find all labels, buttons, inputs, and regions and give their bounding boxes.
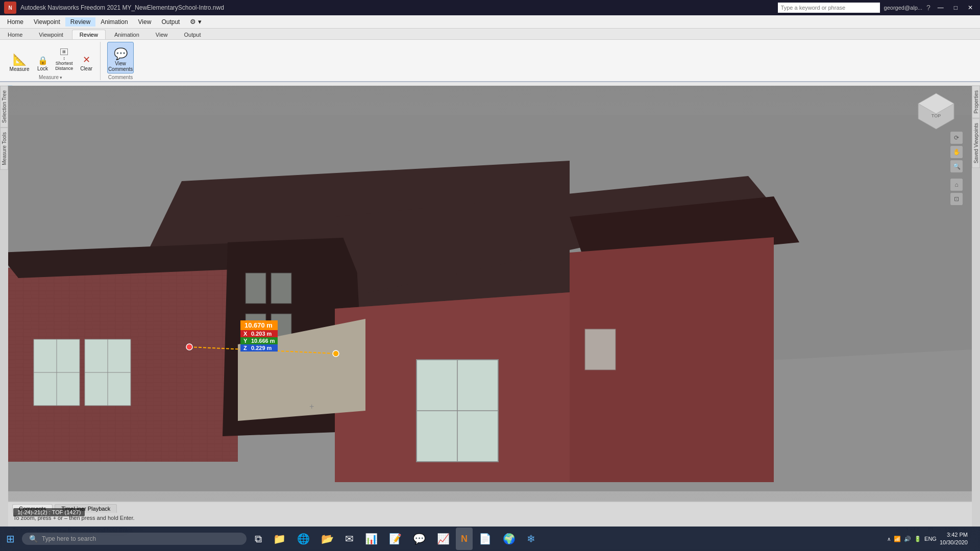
taskbar-edge[interactable]: 🌐	[292, 528, 315, 550]
tab-home[interactable]: Home	[0, 30, 30, 39]
taskbar-excel[interactable]: 📈	[432, 528, 455, 550]
comments-group: 💬 ViewComments Comments	[102, 42, 142, 80]
taskbar-explorer[interactable]: 📁	[268, 528, 291, 550]
svg-rect-26	[585, 329, 616, 370]
tab-viewpoint[interactable]: Viewpoint	[31, 30, 71, 39]
measure-icon: 📐	[13, 54, 27, 65]
menu-animation[interactable]: Animation	[95, 17, 133, 27]
taskbar-snowflake[interactable]: ❄	[522, 528, 541, 550]
measure-tools-tab[interactable]: Measure Tools	[0, 128, 8, 170]
windows-taskbar: ⊞ 🔍 Type here to search ⧉ 📁 🌐 📂 ✉ 📊 📝 💬 …	[0, 527, 980, 551]
3d-scene	[8, 86, 972, 520]
measure-label: Measure	[10, 66, 30, 72]
clear-button[interactable]: ✕ Clear	[78, 52, 95, 73]
z-value: 0.229 m	[251, 345, 272, 351]
svg-rect-14	[271, 273, 291, 304]
tray-chevron[interactable]: ∧	[887, 536, 891, 542]
menu-view[interactable]: View	[133, 17, 157, 27]
svg-rect-13	[246, 273, 266, 304]
edge-icon: 🌐	[297, 533, 310, 545]
taskbar-acrobat[interactable]: 📄	[474, 528, 497, 550]
z-label: Z	[243, 345, 250, 351]
help-icon[interactable]: ?	[926, 4, 930, 12]
bottom-panel: Comments TimeLiner Playback To zoom, pre…	[8, 501, 972, 527]
taskbar-navisworks[interactable]: N	[456, 528, 473, 550]
comments-group-label: Comments	[104, 74, 137, 80]
battery-icon[interactable]: 🔋	[914, 536, 921, 542]
menu-extra[interactable]: ⚙ ▾	[185, 17, 207, 27]
lock-button[interactable]: 🔒 Lock	[35, 54, 51, 73]
x-label: X	[243, 331, 250, 337]
measure-total: 10.670 m	[240, 320, 278, 330]
fit-tool[interactable]: ⊡	[950, 193, 963, 205]
orbit-tool[interactable]: ⟳	[950, 132, 963, 144]
restore-button[interactable]: □	[951, 4, 961, 11]
viewport[interactable]: 10.670 m X 0.203 m Y 10.666 m Z 0.229 m …	[8, 86, 972, 520]
files-icon: 📂	[321, 533, 334, 545]
taskbar-mail[interactable]: ✉	[340, 528, 359, 550]
acrobat-icon: 📄	[479, 533, 492, 545]
tab-review[interactable]: Review	[72, 30, 106, 39]
tab-animation[interactable]: Animation	[107, 30, 147, 39]
properties-tab[interactable]: Properties	[972, 86, 980, 118]
view-comments-label: ViewComments	[108, 61, 133, 72]
measure-button[interactable]: 📐 Measure	[6, 42, 33, 73]
selection-tree-tab[interactable]: Selection Tree	[0, 86, 8, 128]
close-button[interactable]: ✕	[965, 4, 976, 11]
menu-output[interactable]: Output	[156, 17, 185, 27]
ribbon-tabs: Home Viewpoint Review Animation View Out…	[0, 29, 980, 40]
taskbar-chrome[interactable]: 🌍	[498, 528, 521, 550]
language-label[interactable]: ENG	[924, 536, 937, 542]
left-side-tabs: Selection Tree Measure Tools	[0, 86, 8, 170]
minimize-button[interactable]: —	[935, 4, 947, 11]
measure-group-label: Measure ▾	[6, 74, 95, 80]
word-icon: 📝	[389, 533, 402, 545]
title-bar: N Autodesk Navisworks Freedom 2021 MY_Ne…	[0, 0, 980, 15]
x-value: 0.203 m	[251, 331, 272, 337]
system-tray: ∧ 📶 🔊 🔋 ENG 3:42 PM 10/30/2020	[883, 531, 978, 547]
menu-review[interactable]: Review	[65, 17, 95, 27]
explorer-icon: 📁	[273, 533, 286, 545]
task-view-button[interactable]: ⧉	[250, 528, 267, 550]
volume-icon[interactable]: 🔊	[904, 536, 911, 542]
taskbar-search[interactable]: 🔍 Type here to search	[22, 533, 247, 545]
taskbar-powerpoint[interactable]: 📊	[360, 528, 383, 550]
menu-home[interactable]: Home	[2, 17, 29, 27]
home-tool[interactable]: ⌂	[950, 179, 963, 191]
app-title: Autodesk Navisworks Freedom 2021 MY_NewE…	[20, 4, 224, 11]
keyword-search[interactable]	[778, 3, 880, 13]
cursor-crosshair: +	[309, 402, 314, 411]
taskbar-word[interactable]: 📝	[384, 528, 407, 550]
user-label: georged@alp...	[884, 5, 922, 11]
pan-tool[interactable]: ✋	[950, 146, 963, 158]
zoom-tool[interactable]: 🔍	[950, 160, 963, 172]
clear-label: Clear	[80, 66, 92, 71]
comments-buttons: 💬 ViewComments	[107, 42, 134, 73]
tab-output[interactable]: Output	[177, 30, 209, 39]
tab-view[interactable]: View	[148, 30, 176, 39]
network-icon[interactable]: 📶	[894, 536, 901, 542]
measure-z-row: Z 0.229 m	[240, 344, 278, 352]
snowflake-icon: ❄	[527, 533, 535, 545]
windows-logo: ⊞	[6, 533, 15, 544]
clear-icon: ✕	[83, 54, 90, 65]
coordinate-display: 1(-24)-21(2) : TOF (1427)	[13, 508, 85, 516]
measurement-tooltip: 10.670 m X 0.203 m Y 10.666 m Z 0.229 m	[240, 320, 278, 352]
measure-dropdown-arrow[interactable]: ▾	[60, 75, 62, 80]
menu-bar: Home Viewpoint Review Animation View Out…	[0, 15, 980, 29]
navisworks-icon: N	[461, 534, 468, 544]
taskbar-files[interactable]: 📂	[316, 528, 339, 550]
nav-cube[interactable]: TOP	[916, 91, 957, 132]
measure-x-row: X 0.203 m	[240, 330, 278, 337]
view-comments-icon: 💬	[114, 48, 128, 60]
saved-viewpoints-tab[interactable]: Saved Viewpoints	[972, 118, 980, 168]
menu-viewpoint[interactable]: Viewpoint	[29, 17, 65, 27]
clock[interactable]: 3:42 PM 10/30/2020	[940, 531, 968, 547]
start-button[interactable]: ⊞	[2, 531, 19, 547]
taskbar-skype[interactable]: 💬	[408, 528, 431, 550]
ribbon-content: 📐 Measure 🔒 Lock ⊞↕ ShortestDistance ✕ C…	[0, 40, 980, 81]
shortest-distance-button[interactable]: ⊞↕ ShortestDistance	[53, 46, 76, 73]
view-comments-button[interactable]: 💬 ViewComments	[107, 42, 134, 73]
clock-time: 3:42 PM	[940, 531, 968, 539]
bottom-tabs: Comments TimeLiner Playback	[8, 502, 972, 513]
